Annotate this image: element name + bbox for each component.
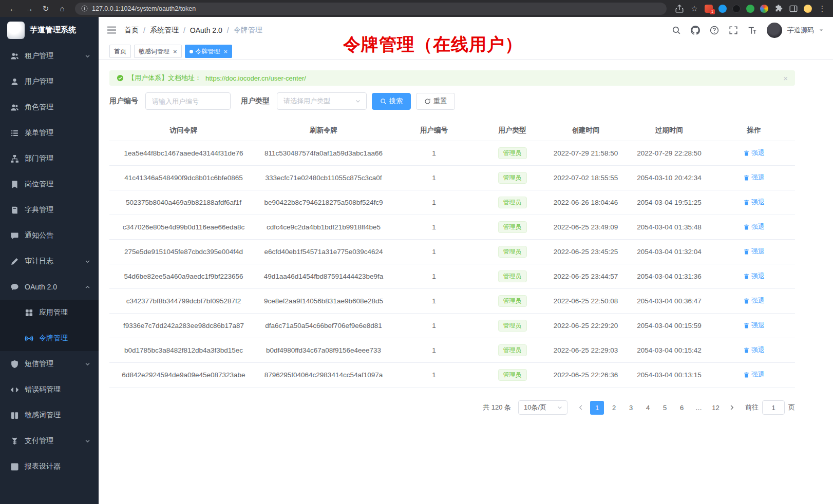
next-page-button[interactable] (726, 400, 738, 415)
page-size-select[interactable]: 10条/页 (518, 400, 567, 415)
browser-extension-icon[interactable] (732, 5, 741, 13)
browser-forward-icon[interactable]: → (23, 4, 36, 13)
trash-icon (743, 322, 750, 329)
pager-pages: 123456…12 (590, 401, 723, 415)
page-button-12[interactable]: 12 (709, 401, 723, 415)
force-logout-button[interactable]: 强退 (743, 148, 765, 158)
sidebar-item-sms[interactable]: 短信管理 (0, 351, 99, 377)
sidebar-item-oauth2[interactable]: OAuth 2.0 (0, 274, 99, 300)
sidebar-item-post[interactable]: 岗位管理 (0, 171, 99, 197)
column-header: 用户编号 (389, 120, 479, 141)
sidebar-item-notice[interactable]: 通知公告 (0, 223, 99, 248)
created-at-cell: 2022-06-25 23:49:09 (546, 215, 626, 240)
browser-back-icon[interactable]: ← (6, 4, 20, 13)
force-logout-button[interactable]: 强退 (743, 222, 765, 231)
browser-reload-icon[interactable]: ↻ (39, 4, 52, 13)
force-logout-button[interactable]: 强退 (743, 247, 765, 256)
close-icon[interactable]: × (224, 48, 228, 55)
sidebar-item-dict[interactable]: 字典管理 (0, 197, 99, 223)
close-icon[interactable]: × (173, 48, 177, 55)
browser-menu-icon[interactable]: ⋮ (818, 4, 827, 13)
page-button-2[interactable]: 2 (607, 401, 621, 415)
browser-extension-icon[interactable] (746, 5, 754, 13)
user-id-input[interactable] (145, 92, 231, 110)
expires-at-cell: 2054-03-04 01:35:48 (626, 215, 713, 240)
close-icon[interactable]: × (783, 74, 788, 83)
address-bar[interactable]: 127.0.0.1:1024/system/oauth2/token (75, 3, 667, 15)
sidebar-item-tenant[interactable]: 租户管理 (0, 43, 99, 69)
sidebar-item-oauth2-app[interactable]: 应用管理 (0, 300, 99, 325)
font-size-icon[interactable] (748, 26, 757, 35)
expires-at-cell: 2054-03-04 01:32:04 (626, 240, 713, 264)
share-icon[interactable] (675, 4, 684, 13)
tab-home[interactable]: 首页 (109, 45, 131, 58)
force-logout-button[interactable]: 强退 (743, 173, 765, 182)
user-type-badge: 管理员 (498, 172, 527, 184)
app-logo[interactable]: 芋道管理系统 (0, 17, 99, 43)
side-panel-icon[interactable] (789, 4, 798, 13)
force-logout-button[interactable]: 强退 (743, 345, 765, 355)
page-button-6[interactable]: 6 (675, 401, 689, 415)
sidebar-item-sensitive-words[interactable]: 敏感词管理 (0, 402, 99, 428)
browser-extension-icon[interactable] (718, 5, 727, 13)
search-button[interactable]: 搜索 (372, 93, 411, 110)
chevron-up-icon (85, 284, 90, 290)
site-info-icon[interactable] (81, 5, 88, 12)
comment-icon (10, 231, 19, 240)
refresh-token-cell: dfa6c71a50a54c66bef706ef9e6e8d81 (258, 314, 389, 338)
sidebar-item-report-designer[interactable]: 报表设计器 (0, 454, 99, 479)
browser-extension-icon[interactable] (760, 5, 768, 13)
sidebar-item-error-code[interactable]: 错误码管理 (0, 377, 99, 402)
browser-home-icon[interactable]: ⌂ (55, 4, 69, 13)
tab-token[interactable]: 令牌管理× (185, 45, 233, 58)
github-icon[interactable] (691, 26, 700, 35)
prev-page-button[interactable] (575, 400, 587, 415)
force-logout-button[interactable]: 强退 (743, 370, 765, 379)
browser-profile-avatar[interactable] (804, 5, 812, 13)
force-logout-button[interactable]: 强退 (743, 321, 765, 330)
breadcrumb-item[interactable]: OAuth 2.0 (190, 26, 222, 34)
user-avatar[interactable] (767, 23, 782, 38)
sidebar-item-dept[interactable]: 部门管理 (0, 146, 99, 171)
refresh-token-cell: be90422b8c7946218275a508bf524fc9 (258, 190, 389, 215)
doc-link[interactable]: https://doc.iocoder.cn/user-center/ (205, 74, 306, 82)
force-logout-button[interactable]: 强退 (743, 198, 765, 207)
user-type-badge: 管理员 (498, 295, 527, 307)
created-at-cell: 2022-06-25 23:45:25 (546, 240, 626, 264)
pager-more-button[interactable]: … (692, 401, 706, 415)
breadcrumb: 首页/系统管理/OAuth 2.0/令牌管理 (124, 26, 262, 35)
sidebar-item-label: 岗位管理 (25, 180, 53, 189)
user-name[interactable]: 芋道源码 (787, 26, 814, 35)
sidebar-item-user[interactable]: 用户管理 (0, 69, 99, 94)
broadcast-icon (25, 334, 33, 343)
pager: 123456…12 (575, 400, 738, 415)
page-button-5[interactable]: 5 (658, 401, 672, 415)
sidebar-item-oauth2-token[interactable]: 令牌管理 (0, 325, 99, 351)
goto-page-input[interactable] (762, 400, 785, 415)
page-button-3[interactable]: 3 (624, 401, 638, 415)
browser-extension-icon[interactable]: 1 (705, 5, 713, 13)
fullscreen-icon[interactable] (729, 26, 738, 35)
search-icon[interactable] (672, 26, 681, 35)
chevron-down-icon[interactable] (819, 28, 824, 33)
page-button-4[interactable]: 4 (641, 401, 655, 415)
sidebar-item-menu[interactable]: 菜单管理 (0, 120, 99, 146)
sidebar-collapse-icon[interactable] (107, 26, 117, 34)
breadcrumb-item[interactable]: 系统管理 (150, 26, 179, 35)
force-logout-button[interactable]: 强退 (743, 272, 765, 281)
table-row: 41c41346a548490f9dc8b01c6bfe0865333ecfc7… (109, 166, 795, 190)
refresh-token-cell: 333ecfc71e02480cb11055c875c3ca0f (258, 166, 389, 190)
tab-sensitive-words[interactable]: 敏感词管理× (134, 45, 182, 58)
bookmark-star-icon[interactable]: ☆ (690, 4, 699, 13)
page-button-1[interactable]: 1 (590, 401, 604, 415)
reset-button[interactable]: 重置 (416, 93, 455, 110)
force-logout-button[interactable]: 强退 (743, 296, 765, 305)
sidebar-item-pay[interactable]: 支付管理 (0, 428, 99, 454)
sidebar-item-role[interactable]: 角色管理 (0, 94, 99, 120)
breadcrumb-item[interactable]: 首页 (124, 26, 139, 35)
sidebar-item-audit-log[interactable]: 审计日志 (0, 248, 99, 274)
help-icon[interactable] (710, 26, 719, 35)
extensions-puzzle-icon[interactable] (774, 4, 783, 13)
user-type-select[interactable]: 请选择用户类型 (277, 92, 367, 110)
access-token-cell: 6d842e2924594de9a09e45e087323abe (109, 363, 258, 387)
